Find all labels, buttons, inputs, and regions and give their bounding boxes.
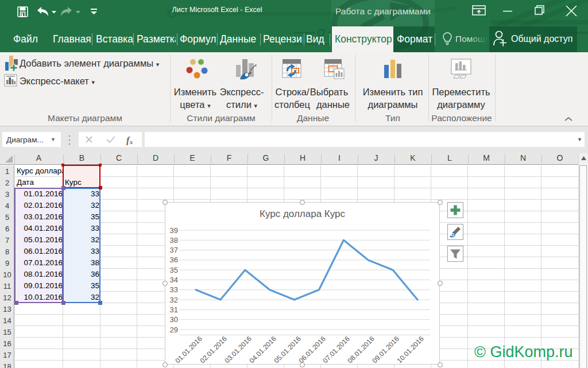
svg-text:33: 33 <box>170 285 178 294</box>
svg-text:37: 37 <box>170 246 178 254</box>
svg-text:32: 32 <box>170 296 178 304</box>
svg-text:31: 31 <box>170 305 178 314</box>
svg-text:x: x <box>129 139 133 145</box>
svg-text:34: 34 <box>170 276 178 284</box>
svg-text:39: 39 <box>170 226 178 235</box>
svg-text:36: 36 <box>170 255 178 264</box>
svg-text:35: 35 <box>170 266 178 274</box>
svg-text:30: 30 <box>170 315 178 324</box>
svg-text:38: 38 <box>170 236 178 245</box>
svg-text:29: 29 <box>170 326 178 334</box>
